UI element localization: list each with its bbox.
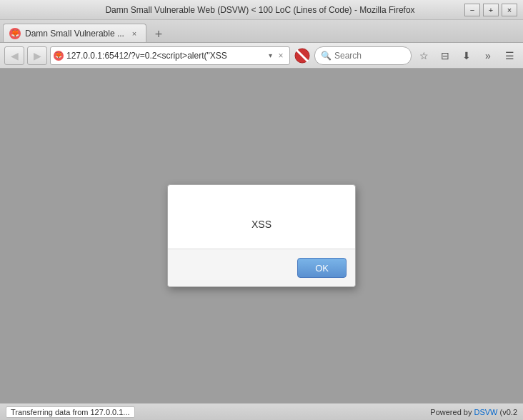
maximize-button[interactable]: + (483, 4, 499, 16)
nav-bar: ◀ ▶ 🦊 ▾ × 🔍 ☆ ⊟ ⬇ » ☰ (0, 43, 523, 69)
chevron-right-icon: » (485, 50, 491, 61)
page-content: XSS OK (0, 69, 523, 403)
alert-buttons: OK (168, 249, 355, 286)
overflow-button[interactable]: » (479, 46, 497, 65)
status-bar: Transferring data from 127.0.0.1... Powe… (0, 403, 523, 420)
active-tab[interactable]: 🦊 Damn Small Vulnerable ... × (3, 24, 146, 42)
close-button[interactable]: × (502, 4, 517, 16)
tab-bar: 🦊 Damn Small Vulnerable ... × + (0, 20, 523, 43)
tab-favicon: 🦊 (9, 28, 21, 39)
status-text: Transferring data from 127.0.0.1... (6, 406, 135, 418)
address-dropdown-button[interactable]: ▾ (269, 51, 272, 59)
minimize-button[interactable]: − (464, 4, 480, 16)
address-clear-button[interactable]: × (275, 50, 287, 61)
back-icon: ◀ (11, 50, 19, 61)
dsvw-link[interactable]: DSVW (474, 408, 497, 416)
alert-dialog: XSS OK (167, 184, 356, 287)
download-icon: ⬇ (462, 50, 471, 61)
menu-button[interactable]: ☰ (500, 46, 519, 65)
forward-icon: ▶ (34, 50, 41, 61)
window-title: Damn Small Vulnerable Web (DSVW) < 100 L… (56, 5, 464, 15)
security-icon[interactable] (293, 46, 312, 65)
version-text: (v0.2 (497, 408, 517, 416)
tab-close-button[interactable]: × (129, 28, 140, 39)
address-input[interactable] (66, 51, 266, 61)
title-bar: Damn Small Vulnerable Web (DSVW) < 100 L… (0, 0, 523, 20)
new-tab-button[interactable]: + (149, 26, 168, 42)
search-input[interactable] (334, 51, 399, 61)
powered-by-text: Powered by (430, 408, 474, 416)
hamburger-icon: ☰ (505, 50, 514, 61)
bookmarks-icon: ⊟ (441, 50, 449, 61)
bookmark-star-button[interactable]: ☆ (414, 46, 433, 65)
search-icon: 🔍 (321, 51, 332, 61)
address-bar[interactable]: 🦊 ▾ × (50, 46, 290, 65)
window-controls: − + × (464, 4, 517, 16)
address-favicon: 🦊 (54, 51, 64, 61)
alert-content-area: XSS (168, 185, 355, 249)
star-icon: ☆ (419, 50, 429, 61)
forward-button[interactable]: ▶ (27, 46, 47, 65)
no-entry-icon (294, 48, 310, 64)
search-bar[interactable]: 🔍 (314, 46, 412, 65)
back-button[interactable]: ◀ (4, 46, 24, 65)
alert-message: XSS (251, 219, 272, 230)
tab-title: Damn Small Vulnerable ... (25, 29, 124, 39)
ok-button[interactable]: OK (297, 258, 347, 278)
bookmark-list-button[interactable]: ⊟ (436, 46, 454, 65)
downloads-button[interactable]: ⬇ (457, 46, 476, 65)
status-right: Powered by DSVW (v0.2 (430, 408, 517, 416)
